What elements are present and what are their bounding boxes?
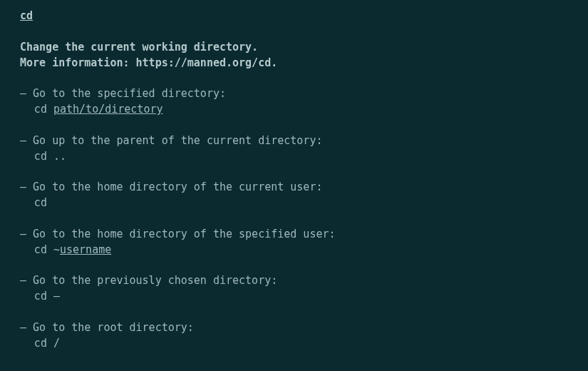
example-description: Go to the home directory of the specifie… [20, 227, 568, 243]
cmd-prefix: cd – [34, 290, 60, 303]
example-description: Go to the root directory: [20, 320, 568, 336]
cmd-prefix: cd ~ [34, 243, 60, 256]
example-entry: Go up to the parent of the current direc… [20, 133, 568, 165]
example-entry: Go to the previously chosen directory: c… [20, 273, 568, 305]
example-description: Go to the previously chosen directory: [20, 273, 568, 289]
cmd-prefix: cd .. [34, 150, 66, 163]
example-command: cd [20, 195, 568, 211]
example-command: cd / [20, 336, 568, 352]
example-description: Go up to the parent of the current direc… [20, 133, 568, 149]
example-command: cd path/to/directory [20, 102, 568, 118]
example-entry: Go to the home directory of the current … [20, 180, 568, 211]
cmd-argument: path/to/directory [53, 103, 163, 116]
example-description: Go to the home directory of the current … [20, 180, 568, 195]
example-command: cd ~username [20, 243, 568, 258]
cmd-prefix: cd / [34, 337, 60, 350]
command-description: Change the current working directory. [20, 40, 568, 56]
example-description: Go to the specified directory: [20, 86, 568, 102]
example-entry: Go to the root directory: cd / [20, 320, 568, 352]
more-info-line: More information: https://manned.org/cd. [20, 56, 568, 71]
example-entry: Go to the specified directory: cd path/t… [20, 86, 568, 118]
command-title: cd [20, 9, 33, 24]
cmd-prefix: cd [34, 196, 47, 209]
example-command: cd – [20, 289, 568, 305]
example-command: cd .. [20, 149, 568, 165]
cmd-argument: username [60, 243, 111, 256]
example-entry: Go to the home directory of the specifie… [20, 227, 568, 258]
cmd-prefix: cd [34, 103, 53, 116]
